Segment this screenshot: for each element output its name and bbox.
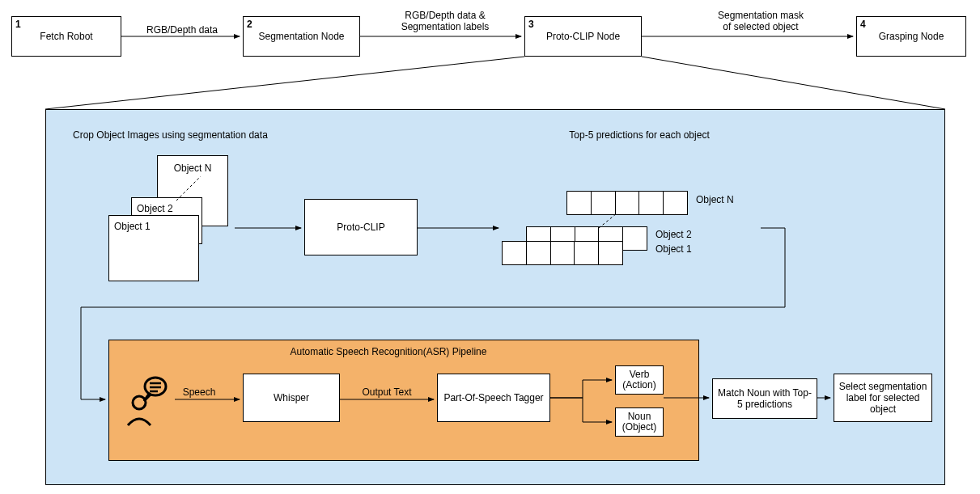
node-label: Segmentation Node — [258, 31, 344, 42]
node-label: Fetch Robot — [40, 31, 92, 42]
node-number: 2 — [247, 19, 252, 30]
verb-sublabel: (Action) — [622, 380, 655, 391]
node-number: 3 — [528, 19, 534, 30]
noun-box: Noun (Object) — [615, 407, 664, 437]
node-protoclip: 3 Proto-CLIP Node — [524, 16, 642, 57]
node-number: 4 — [860, 19, 866, 30]
match-l1: Match Noun with Top- — [718, 387, 812, 399]
verb-box: Verb (Action) — [615, 365, 664, 395]
svg-point-0 — [133, 396, 146, 409]
svg-line-8 — [45, 57, 524, 109]
select-seg-box: Select segmentation label for selected o… — [834, 374, 932, 422]
edge-label-segmask: Segmentation mask of selected object — [688, 10, 834, 32]
speech-label: Speech — [175, 386, 223, 398]
crop-title: Crop Object Images using segmentation da… — [73, 129, 332, 141]
node-label: Proto-CLIP Node — [546, 31, 620, 42]
object-label: Object N — [174, 163, 212, 174]
select-l1: Select segmentation — [839, 381, 927, 392]
whisper-label: Whisper — [274, 392, 309, 403]
asr-title: Automatic Speech Recognition(ASR) Pipeli… — [227, 346, 550, 357]
output-text-label: Output Text — [346, 386, 427, 398]
asr-panel — [108, 340, 699, 461]
object-1-card: Object 1 — [108, 215, 199, 281]
top5-title: Top-5 predictions for each object — [526, 129, 753, 141]
protoclip-box: Proto-CLIP — [304, 199, 418, 255]
pred-row-1 — [502, 241, 623, 265]
pos-tagger-box: Part-Of-Speech Tagger — [437, 374, 550, 422]
protoclip-label: Proto-CLIP — [337, 222, 384, 233]
select-l3: object — [870, 403, 896, 415]
node-number: 1 — [15, 19, 21, 30]
match-l2: 5 predictions — [737, 399, 792, 410]
pred-row-n — [566, 191, 688, 215]
edge-label-rgbdepth: RGB/Depth data — [121, 24, 243, 36]
pred-label-n: Object N — [696, 194, 761, 205]
node-label: Grasping Node — [879, 31, 944, 42]
node-segmentation: 2 Segmentation Node — [243, 16, 360, 57]
match-noun-box: Match Noun with Top- 5 predictions — [712, 378, 817, 419]
person-speech-icon — [121, 372, 170, 429]
object-label: Object 2 — [137, 203, 173, 214]
node-grasping: 4 Grasping Node — [856, 16, 966, 57]
whisper-box: Whisper — [243, 374, 340, 422]
pos-tagger-label: Part-Of-Speech Tagger — [443, 392, 543, 403]
edge-label-seglabels: RGB/Depth data & Segmentation labels — [380, 10, 510, 32]
noun-sublabel: (Object) — [622, 422, 657, 433]
svg-line-9 — [642, 57, 945, 109]
object-label: Object 1 — [114, 221, 151, 232]
pred-label-2: Object 2 — [655, 229, 720, 240]
pred-label-1: Object 1 — [655, 243, 720, 255]
node-fetch-robot: 1 Fetch Robot — [11, 16, 121, 57]
select-l2: label for selected — [846, 392, 920, 403]
